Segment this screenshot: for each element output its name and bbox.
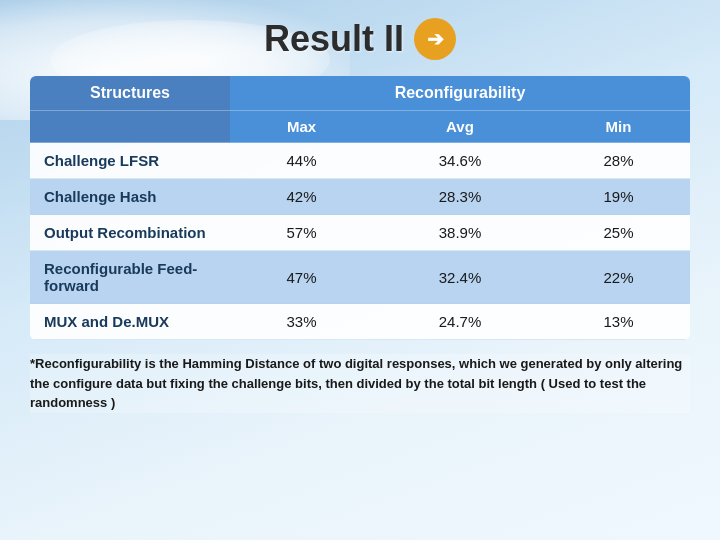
avg-cell: 34.6% bbox=[373, 143, 547, 179]
header-row: Structures Reconfigurability bbox=[30, 76, 690, 111]
structure-cell: Challenge Hash bbox=[30, 179, 230, 215]
table-row: MUX and De.MUX 33% 24.7% 13% bbox=[30, 304, 690, 340]
max-cell: 47% bbox=[230, 251, 373, 304]
subheader-max: Max bbox=[230, 111, 373, 143]
min-cell: 19% bbox=[547, 179, 690, 215]
results-table: Structures Reconfigurability Max Avg Min… bbox=[30, 76, 690, 340]
structure-cell: Reconfigurable Feed-forward bbox=[30, 251, 230, 304]
structure-cell: Challenge LFSR bbox=[30, 143, 230, 179]
avg-cell: 28.3% bbox=[373, 179, 547, 215]
max-cell: 42% bbox=[230, 179, 373, 215]
arrow-icon: ➔ bbox=[414, 18, 456, 60]
structure-cell: Output Recombination bbox=[30, 215, 230, 251]
table-row: Challenge LFSR 44% 34.6% 28% bbox=[30, 143, 690, 179]
reconfigurability-header: Reconfigurability bbox=[230, 76, 690, 111]
table-body: Challenge LFSR 44% 34.6% 28% Challenge H… bbox=[30, 143, 690, 340]
table-row: Reconfigurable Feed-forward 47% 32.4% 22… bbox=[30, 251, 690, 304]
min-cell: 13% bbox=[547, 304, 690, 340]
min-cell: 28% bbox=[547, 143, 690, 179]
structures-header: Structures bbox=[30, 76, 230, 111]
subheader-empty bbox=[30, 111, 230, 143]
page-title: Result II bbox=[264, 18, 404, 60]
max-cell: 33% bbox=[230, 304, 373, 340]
table-row: Challenge Hash 42% 28.3% 19% bbox=[30, 179, 690, 215]
min-cell: 25% bbox=[547, 215, 690, 251]
data-table-wrapper: Structures Reconfigurability Max Avg Min… bbox=[30, 76, 690, 340]
main-content: Result II ➔ Structures Reconfigurability… bbox=[0, 0, 720, 429]
subheader-row: Max Avg Min bbox=[30, 111, 690, 143]
avg-cell: 38.9% bbox=[373, 215, 547, 251]
min-cell: 22% bbox=[547, 251, 690, 304]
footnote-text: *Reconfigurability is the Hamming Distan… bbox=[30, 354, 690, 413]
subheader-min: Min bbox=[547, 111, 690, 143]
structure-cell: MUX and De.MUX bbox=[30, 304, 230, 340]
avg-cell: 32.4% bbox=[373, 251, 547, 304]
max-cell: 57% bbox=[230, 215, 373, 251]
table-row: Output Recombination 57% 38.9% 25% bbox=[30, 215, 690, 251]
subheader-avg: Avg bbox=[373, 111, 547, 143]
title-row: Result II ➔ bbox=[30, 18, 690, 60]
avg-cell: 24.7% bbox=[373, 304, 547, 340]
max-cell: 44% bbox=[230, 143, 373, 179]
